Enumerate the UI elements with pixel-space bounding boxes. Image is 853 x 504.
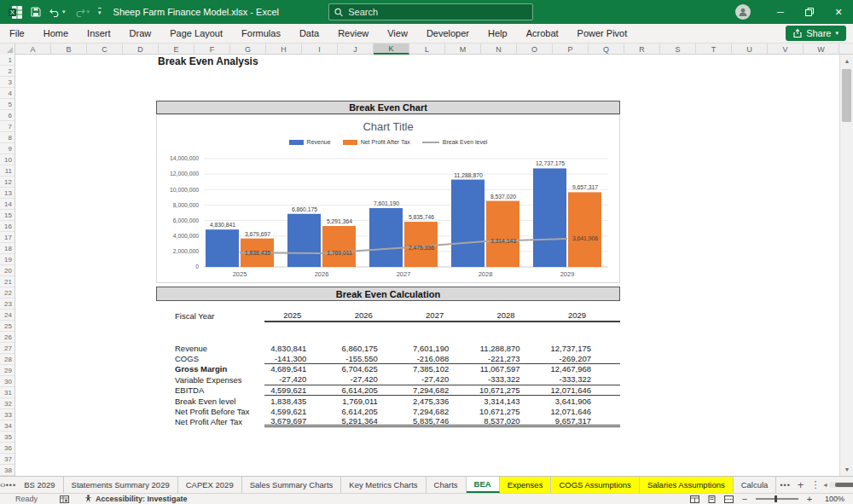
ribbon-tab-formulas[interactable]: Formulas xyxy=(232,24,290,43)
cell-revenue-2027[interactable]: 7,601,190 xyxy=(407,344,478,353)
cell-revenue-2025[interactable]: 4,830,841 xyxy=(264,344,335,353)
sheet-tab-statements-summary-2029[interactable]: Statements Summary 2029 xyxy=(64,477,178,493)
row-header-29[interactable]: 29 xyxy=(0,365,15,376)
sheet-tab-calcula[interactable]: Calcula xyxy=(734,477,777,493)
row-header-14[interactable]: 14 xyxy=(0,199,15,210)
ribbon-tab-view[interactable]: View xyxy=(378,24,417,43)
horizontal-scrollbar[interactable]: ◂ ▸ xyxy=(823,477,853,493)
cell-net-profit-after-tax-2027[interactable]: 5,835,746 xyxy=(407,416,478,426)
cell-ebitda-2028[interactable]: 10,671,275 xyxy=(478,385,548,395)
zoom-slider-thumb[interactable] xyxy=(775,495,777,502)
row-header-7[interactable]: 7 xyxy=(0,121,15,132)
column-header-m[interactable]: M xyxy=(445,43,481,55)
cell-net-profit-before-tax-2029[interactable]: 12,071,646 xyxy=(549,407,620,416)
bar-net-profit-after-tax-2026[interactable] xyxy=(322,226,356,267)
save-icon[interactable] xyxy=(31,7,41,17)
cell-revenue-2029[interactable]: 12,737,175 xyxy=(549,344,620,353)
bar-revenue-2026[interactable] xyxy=(287,214,321,267)
ribbon-tab-page-layout[interactable]: Page Layout xyxy=(160,24,232,43)
ribbon-tab-power-pivot[interactable]: Power Pivot xyxy=(568,24,637,43)
restore-button[interactable] xyxy=(795,0,824,24)
row-header-12[interactable]: 12 xyxy=(0,177,15,188)
column-header-j[interactable]: J xyxy=(338,43,374,55)
cell-gross-margin-2025[interactable]: 4,689,541 xyxy=(264,364,335,374)
cell-cogs-2028[interactable]: -221,273 xyxy=(478,354,548,363)
row-header-38[interactable]: 38 xyxy=(0,465,15,476)
cell-cogs-2025[interactable]: -141,300 xyxy=(264,354,335,363)
cell-variable-expenses-2029[interactable]: -333,322 xyxy=(549,374,620,384)
cell-net-profit-before-tax-2026[interactable]: 6,614,205 xyxy=(335,407,406,416)
chart-plot-area[interactable]: 02,000,0004,000,0006,000,0008,000,00010,… xyxy=(157,151,619,282)
bar-revenue-2028[interactable] xyxy=(451,180,485,267)
cell-net-profit-after-tax-2029[interactable]: 9,657,317 xyxy=(549,416,620,426)
column-header-g[interactable]: G xyxy=(230,43,266,55)
zoom-level[interactable]: 100% xyxy=(821,495,844,503)
row-header-32[interactable]: 32 xyxy=(0,398,15,409)
sheet-tab-bs-2029[interactable]: BS 2029 xyxy=(16,477,63,493)
sheet-tab-bea[interactable]: BEA xyxy=(467,477,500,493)
scroll-up-icon[interactable]: ▲ xyxy=(840,55,853,67)
row-header-11[interactable]: 11 xyxy=(0,165,15,177)
sheet-tab-sales-summary-charts[interactable]: Sales Summary Charts xyxy=(242,477,342,493)
cell-cogs-2029[interactable]: -269,207 xyxy=(549,354,620,363)
row-header-2[interactable]: 2 xyxy=(0,66,15,77)
column-header-k[interactable]: K xyxy=(374,43,409,55)
cell-net-profit-after-tax-2026[interactable]: 5,291,364 xyxy=(335,416,406,426)
cell-ebitda-2027[interactable]: 7,294,682 xyxy=(407,385,478,395)
cell-net-profit-before-tax-2027[interactable]: 7,294,682 xyxy=(407,407,478,416)
cell-net-profit-before-tax-2028[interactable]: 10,671,275 xyxy=(478,407,548,416)
vertical-scrollbar[interactable]: ▲ ▼ xyxy=(839,55,853,476)
ribbon-tab-acrobat[interactable]: Acrobat xyxy=(517,24,568,43)
sheet-tab-charts[interactable]: Charts xyxy=(426,477,467,493)
column-header-t[interactable]: T xyxy=(696,43,732,55)
cell-variable-expenses-2026[interactable]: -27,420 xyxy=(335,374,406,384)
row-header-8[interactable]: 8 xyxy=(0,132,15,143)
sheet-tab-salaries-assumptions[interactable]: Salaries Assumptions xyxy=(640,477,734,493)
row-header-17[interactable]: 17 xyxy=(0,232,15,243)
zoom-slider[interactable] xyxy=(756,498,798,500)
cell-variable-expenses-2028[interactable]: -333,322 xyxy=(478,374,548,384)
ribbon-tab-draw[interactable]: Draw xyxy=(120,24,161,43)
cell-break-even-level-2027[interactable]: 2,475,336 xyxy=(407,397,478,406)
undo-icon[interactable]: ▾ xyxy=(49,8,66,17)
hscroll-left-icon[interactable]: ◂ xyxy=(823,481,827,489)
column-header-q[interactable]: Q xyxy=(589,43,624,55)
redo-dropdown-icon[interactable]: ▾ xyxy=(87,9,90,15)
cell-cogs-2027[interactable]: -216,088 xyxy=(407,354,478,363)
column-header-o[interactable]: O xyxy=(517,43,553,55)
row-header-4[interactable]: 4 xyxy=(0,88,15,99)
row-header-9[interactable]: 9 xyxy=(0,143,15,154)
cell-ebitda-2029[interactable]: 12,071,646 xyxy=(549,385,620,395)
ribbon-tab-data[interactable]: Data xyxy=(290,24,328,43)
row-header-5[interactable]: 5 xyxy=(0,99,15,110)
row-header-1[interactable]: 1 xyxy=(0,55,15,66)
zoom-in-button[interactable]: + xyxy=(805,494,814,504)
view-normal-icon[interactable] xyxy=(689,495,699,503)
account-avatar[interactable] xyxy=(735,4,751,20)
bar-net-profit-after-tax-2028[interactable] xyxy=(486,201,519,267)
column-header-n[interactable]: N xyxy=(481,43,517,55)
column-header-f[interactable]: F xyxy=(194,43,230,55)
ribbon-tab-insert[interactable]: Insert xyxy=(78,24,120,43)
macro-record-icon[interactable] xyxy=(60,495,69,503)
hscroll-thumb[interactable] xyxy=(835,483,853,487)
legend-item-break-even-level[interactable]: Break Even level xyxy=(422,139,488,145)
view-page-break-icon[interactable] xyxy=(723,495,734,503)
zoom-out-button[interactable]: − xyxy=(740,494,749,504)
cell-break-even-level-2029[interactable]: 3,641,906 xyxy=(549,397,620,406)
row-header-18[interactable]: 18 xyxy=(0,243,15,254)
bar-revenue-2027[interactable] xyxy=(369,208,403,267)
column-header-h[interactable]: H xyxy=(266,43,302,55)
cell-break-even-level-2028[interactable]: 3,314,143 xyxy=(478,397,548,406)
cell-ebitda-2026[interactable]: 6,614,205 xyxy=(335,385,406,395)
sheet-tab-cogs-assumptions[interactable]: COGS Assumptions xyxy=(551,477,639,493)
chart-title[interactable]: Chart Title xyxy=(157,120,619,133)
search-input[interactable] xyxy=(348,7,527,17)
select-all-corner[interactable] xyxy=(0,43,15,55)
column-header-c[interactable]: C xyxy=(87,43,123,55)
column-header-e[interactable]: E xyxy=(159,43,194,55)
cell-gross-margin-2026[interactable]: 6,704,625 xyxy=(335,364,406,374)
cell-net-profit-before-tax-2025[interactable]: 4,599,621 xyxy=(264,407,335,416)
cell-gross-margin-2028[interactable]: 11,067,597 xyxy=(478,364,548,374)
row-header-19[interactable]: 19 xyxy=(0,254,15,265)
